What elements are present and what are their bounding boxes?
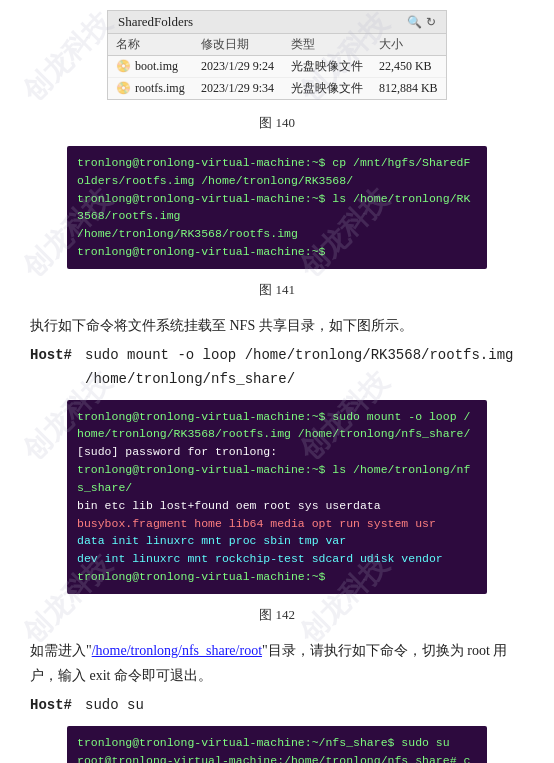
file-table: 名称 修改日期 类型 大小 📀boot.img 2023/1/29 9:24 光… [108,34,446,99]
fig140-caption: 图 140 [30,114,524,132]
intro-text-2-part1: 如需进入"/home/tronlong/nfs_share/root"目录，请执… [30,643,507,683]
terminal-line: tronlong@tronlong-virtual-machine:~$ [77,243,477,261]
intro-text-1: 执行如下命令将文件系统挂载至 NFS 共享目录，如下图所示。 [30,313,524,338]
terminal-line: tronlong@tronlong-virtual-machine:~$ cp … [77,154,477,190]
main-content: SharedFolders 🔍 ↻ 名称 修改日期 类型 大小 📀b [0,0,554,763]
terminal-line: bin etc lib lost+found oem root sys user… [77,497,477,515]
file-row[interactable]: 📀boot.img 2023/1/29 9:24 光盘映像文件 22,450 K… [108,56,446,78]
file-size-cell: 812,884 KB [371,78,446,100]
file-type-cell: 光盘映像文件 [283,78,371,100]
col-date: 修改日期 [193,34,282,56]
file-browser-toolbar: 🔍 ↻ [407,15,436,30]
col-type: 类型 [283,34,371,56]
host-label-2: Host# [30,694,85,718]
col-size: 大小 [371,34,446,56]
file-date-cell: 2023/1/29 9:34 [193,78,282,100]
host-cmd-2: Host# sudo su [30,694,524,718]
terminal-line: tronlong@tronlong-virtual-machine:~$ ls … [77,461,477,497]
host-code-1: sudo mount -o loop /home/tronlong/RK3568… [85,344,524,392]
terminal-141: tronlong@tronlong-virtual-machine:~$ cp … [67,146,487,269]
terminal-line: tronlong@tronlong-virtual-machine:~/nfs_… [77,734,477,752]
refresh-icon[interactable]: ↻ [426,15,436,30]
file-row[interactable]: 📀rootfs.img 2023/1/29 9:34 光盘映像文件 812,88… [108,78,446,100]
file-browser-title: SharedFolders 🔍 ↻ [108,11,446,34]
terminal-line: tronlong@tronlong-virtual-machine:~$ [77,568,477,586]
host-code-2: sudo su [85,694,524,718]
file-table-header: 名称 修改日期 类型 大小 [108,34,446,56]
terminal-line: dev int linuxrc mnt rockchip-test sdcard… [77,550,477,568]
fig142-caption: 图 142 [30,606,524,624]
terminal-line: tronlong@tronlong-virtual-machine:~$ ls … [77,190,477,226]
terminal-line: /home/tronlong/RK3568/rootfs.img [77,225,477,243]
host-label-1: Host# [30,344,85,368]
fig141-caption: 图 141 [30,281,524,299]
terminal-line: busybox.fragment home lib64 media opt ru… [77,515,477,533]
file-size-cell: 22,450 KB [371,56,446,78]
path-highlight: /home/tronlong/nfs_share/root [92,643,262,658]
terminal-line: root@tronlong-virtual-machine:/home/tron… [77,752,477,763]
terminal-line: [sudo] password for tronlong: [77,443,477,461]
col-name: 名称 [108,34,193,56]
terminal-line: tronlong@tronlong-virtual-machine:~$ sud… [77,408,477,444]
file-type-cell: 光盘映像文件 [283,56,371,78]
terminal-142: tronlong@tronlong-virtual-machine:~$ sud… [67,400,487,594]
file-table-body: 📀boot.img 2023/1/29 9:24 光盘映像文件 22,450 K… [108,56,446,100]
terminal-line: data init linuxrc mnt proc sbin tmp var [77,532,477,550]
file-date-cell: 2023/1/29 9:24 [193,56,282,78]
host-cmd-1: Host# sudo mount -o loop /home/tronlong/… [30,344,524,392]
file-name-cell: 📀boot.img [108,56,193,78]
folder-name-label: SharedFolders [118,14,193,30]
file-name-cell: 📀rootfs.img [108,78,193,100]
terminal-143: tronlong@tronlong-virtual-machine:~/nfs_… [67,726,487,763]
intro-text-2: 如需进入"/home/tronlong/nfs_share/root"目录，请执… [30,638,524,688]
search-icon[interactable]: 🔍 [407,15,422,30]
file-browser: SharedFolders 🔍 ↻ 名称 修改日期 类型 大小 📀b [107,10,447,100]
